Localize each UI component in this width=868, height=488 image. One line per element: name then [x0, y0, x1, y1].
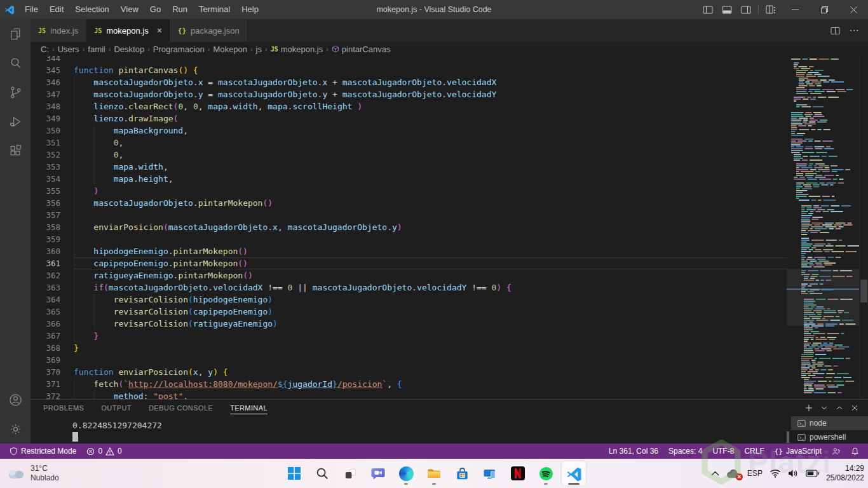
settings-gear-icon[interactable] — [0, 414, 31, 444]
indentation[interactable]: Spaces: 4 — [668, 447, 702, 456]
code-line-359[interactable]: 359 — [31, 233, 787, 245]
taskbar-clock[interactable]: 14:29 25/08/2022 — [826, 464, 864, 483]
code-line-353[interactable]: 353 mapa.width, — [31, 161, 787, 173]
breadcrumb-item[interactable]: Desktop — [114, 44, 144, 54]
line-number[interactable]: 372 — [31, 390, 74, 399]
code-line-344[interactable]: 344 — [31, 56, 787, 64]
netflix-button[interactable] — [506, 461, 530, 485]
code-line-370[interactable]: 370function enviarPosicion(x, y) { — [31, 366, 787, 378]
tab-mokepon-js[interactable]: JS mokepon.js × — [86, 19, 170, 42]
toggle-panel-icon[interactable] — [717, 0, 736, 19]
line-number[interactable]: 348 — [31, 100, 74, 112]
line-number[interactable]: 350 — [31, 125, 74, 137]
task-view-button[interactable] — [338, 461, 362, 485]
split-editor-icon[interactable] — [826, 21, 844, 40]
code-line-369[interactable]: 369 — [31, 354, 787, 366]
tab-close-icon[interactable]: × — [157, 26, 162, 35]
code-line-350[interactable]: 350 mapaBackground, — [31, 125, 787, 137]
breadcrumb-item[interactable]: Programacion — [153, 44, 205, 54]
onedrive-tray-icon[interactable]: ✕ — [726, 469, 740, 478]
line-number[interactable]: 359 — [31, 233, 74, 245]
line-number[interactable]: 344 — [31, 56, 74, 64]
line-number[interactable]: 355 — [31, 185, 74, 197]
code-line-356[interactable]: 356 mascotaJugadorObjeto.pintarMokepon() — [31, 197, 787, 209]
line-number[interactable]: 361 — [31, 257, 74, 269]
line-number[interactable]: 357 — [31, 209, 74, 221]
editor-scrollbar[interactable] — [859, 56, 868, 399]
taskbar-weather-widget[interactable]: 31°C Nublado — [6, 459, 59, 488]
code-line-357[interactable]: 357 — [31, 209, 787, 221]
teams-chat-button[interactable] — [366, 461, 390, 485]
minimap[interactable] — [787, 56, 859, 399]
code-line-354[interactable]: 354 mapa.height, — [31, 173, 787, 185]
menu-terminal[interactable]: Terminal — [193, 0, 236, 19]
maximize-panel-icon[interactable] — [832, 401, 846, 415]
line-number[interactable]: 370 — [31, 366, 74, 378]
menu-run[interactable]: Run — [166, 0, 193, 19]
taskbar-search-button[interactable] — [310, 461, 334, 485]
minimap-slider[interactable] — [787, 269, 859, 326]
line-number[interactable]: 369 — [31, 354, 74, 366]
line-number[interactable]: 362 — [31, 269, 74, 281]
edge-browser-button[interactable] — [394, 461, 418, 485]
code-line-365[interactable]: 365 revisarColision(capipepoEnemigo) — [31, 306, 787, 318]
terminal-output[interactable]: 0.8224851297204272 — [72, 421, 162, 442]
line-number[interactable]: 368 — [31, 342, 74, 354]
breadcrumb-item[interactable]: C: — [41, 44, 49, 54]
code-line-355[interactable]: 355 ) — [31, 185, 787, 197]
feedback-icon[interactable] — [832, 447, 841, 456]
restore-button[interactable] — [810, 0, 839, 19]
code-line-368[interactable]: 368} — [31, 342, 787, 354]
breadcrumb-item[interactable]: js — [256, 44, 262, 54]
panel-tab-terminal[interactable]: TERMINAL — [230, 400, 268, 416]
problems-badge[interactable]: 0 0 — [83, 444, 125, 459]
tab-index-js[interactable]: JS index.js — [31, 19, 86, 42]
line-number[interactable]: 360 — [31, 245, 74, 257]
code-line-366[interactable]: 366 revisarColision(ratigueyaEnemigo) — [31, 318, 787, 330]
menu-selection[interactable]: Selection — [69, 0, 114, 19]
code-line-358[interactable]: 358 enviarPosicion(mascotaJugadorObjeto.… — [31, 221, 787, 233]
start-button[interactable] — [282, 461, 306, 485]
code-line-371[interactable]: 371 fetch(`http://localhost:8080/mokepon… — [31, 378, 787, 390]
code-line-345[interactable]: 345function pintarCanvas() { — [31, 64, 787, 76]
extensions-icon[interactable] — [0, 136, 31, 165]
more-actions-icon[interactable]: ⋯ — [845, 21, 863, 40]
vscode-logo-icon[interactable] — [0, 4, 19, 15]
battery-icon[interactable] — [806, 470, 819, 477]
minimize-button[interactable] — [780, 0, 810, 19]
tab-package-json[interactable]: {} package.json — [170, 19, 248, 42]
volume-icon[interactable] — [788, 469, 799, 478]
code-line-367[interactable]: 367 } — [31, 330, 787, 342]
phone-link-button[interactable] — [478, 461, 502, 485]
breadcrumb-item[interactable]: famil — [88, 44, 105, 54]
source-control-icon[interactable] — [0, 78, 31, 107]
code-line-364[interactable]: 364 revisarColision(hipodogeEnemigo) — [31, 294, 787, 306]
breadcrumb-file[interactable]: mokepon.js — [281, 44, 323, 54]
menu-help[interactable]: Help — [236, 0, 264, 19]
line-number[interactable]: 367 — [31, 330, 74, 342]
run-debug-icon[interactable] — [0, 107, 31, 136]
code-line-361[interactable]: 361 capipepoEnemigo.pintarMokepon() — [31, 257, 787, 269]
microsoft-store-button[interactable] — [450, 461, 474, 485]
show-hidden-icons-chevron[interactable] — [711, 471, 719, 476]
menu-file[interactable]: File — [19, 0, 44, 19]
line-number[interactable]: 349 — [31, 112, 74, 125]
line-number[interactable]: 347 — [31, 88, 74, 100]
code-line-348[interactable]: 348 lienzo.clearRect(0, 0, mapa.width, m… — [31, 100, 787, 112]
close-panel-icon[interactable] — [848, 401, 862, 415]
code-line-352[interactable]: 352 0, — [31, 149, 787, 161]
scrollbar-thumb[interactable] — [860, 280, 867, 302]
line-number[interactable]: 371 — [31, 378, 74, 390]
line-number[interactable]: 345 — [31, 64, 74, 76]
terminal-dropdown-icon[interactable] — [817, 401, 831, 415]
keyboard-language[interactable]: ESP — [747, 469, 763, 478]
line-number[interactable]: 353 — [31, 161, 74, 173]
new-terminal-icon[interactable] — [802, 401, 816, 415]
code-line-347[interactable]: 347 mascotaJugadorObjeto.y = mascotaJuga… — [31, 88, 787, 100]
spotify-button[interactable] — [534, 461, 558, 485]
toggle-primary-sidebar-icon[interactable] — [698, 0, 717, 19]
menu-view[interactable]: View — [115, 0, 144, 19]
panel-tab-problems[interactable]: PROBLEMS — [43, 400, 84, 416]
breadcrumb-item[interactable]: Users — [58, 44, 79, 54]
line-number[interactable]: 365 — [31, 306, 74, 318]
